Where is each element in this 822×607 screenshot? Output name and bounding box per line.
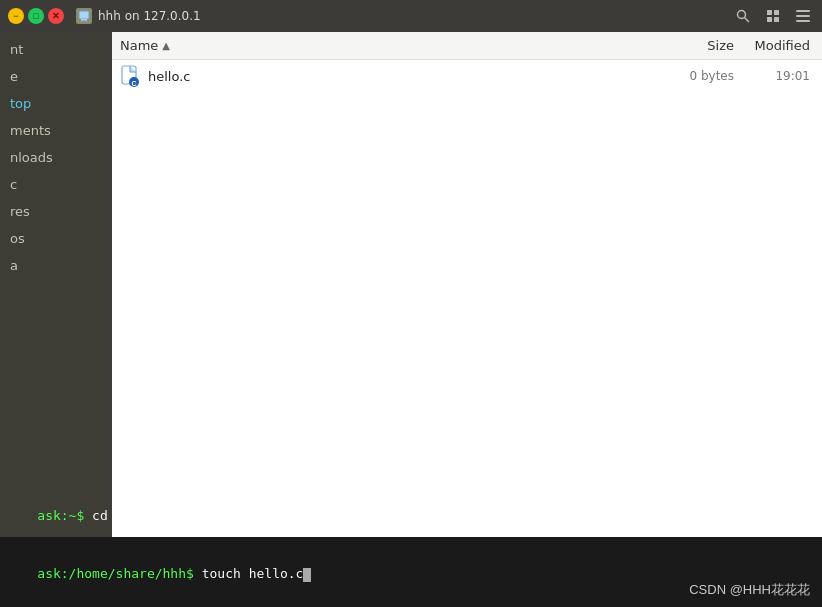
col-name-header[interactable]: Name ▲ [120,38,654,53]
sidebar-item-8[interactable]: a [0,252,112,279]
column-headers: Name ▲ Size Modified [112,32,822,60]
svg-rect-0 [79,11,89,19]
sidebar-item-4[interactable]: nloads [0,144,112,171]
svg-rect-5 [767,10,772,15]
sidebar-item-3[interactable]: ments [0,117,112,144]
svg-point-3 [738,11,746,19]
table-row[interactable]: C hello.c 0 bytes 19:01 [112,62,822,90]
app-icon [76,8,92,24]
maximize-button[interactable]: □ [28,8,44,24]
svg-rect-2 [80,21,88,22]
sidebar-item-6[interactable]: res [0,198,112,225]
sidebar-item-top[interactable]: top [0,90,112,117]
svg-rect-1 [81,19,87,21]
minimize-button[interactable]: − [8,8,24,24]
window-controls: − □ ✕ [8,8,64,24]
terminal-user-2: ask:/home/share/hhh$ [37,566,201,581]
svg-rect-11 [796,20,810,22]
svg-line-4 [745,18,750,23]
svg-rect-9 [796,10,810,12]
terminal-user-1: ask:~$ [37,508,92,523]
sort-arrow-icon: ▲ [162,40,170,51]
sidebar-item-0[interactable]: nt [0,36,112,63]
close-button[interactable]: ✕ [48,8,64,24]
svg-rect-6 [774,10,779,15]
svg-rect-8 [774,17,779,22]
sidebar-item-1[interactable]: e [0,63,112,90]
col-size-header[interactable]: Size [654,38,734,53]
grid-view-button[interactable] [762,7,784,25]
svg-rect-10 [796,15,810,17]
sidebar-item-7[interactable]: os [0,225,112,252]
file-name: hello.c [148,69,654,84]
sidebar-item-5[interactable]: c [0,171,112,198]
titlebar: − □ ✕ hhh on 127.0.0.1 [0,0,822,32]
menu-button[interactable] [792,7,814,25]
titlebar-actions [732,7,814,25]
window-title: hhh on 127.0.0.1 [98,9,726,23]
terminal-cmd-1: cd /home/share/hhh/ [92,508,241,523]
terminal-watermark: CSDN @HHH花花花 [689,581,810,599]
search-button[interactable] [732,7,754,25]
svg-text:C: C [131,80,136,87]
col-modified-header[interactable]: Modified [734,38,814,53]
svg-rect-7 [767,17,772,22]
terminal-cmd-2: touch hello.c [202,566,304,581]
terminal-line-1: ask:~$ cd /home/share/hhh/ [6,486,816,545]
file-modified: 19:01 [734,69,814,83]
file-size: 0 bytes [654,69,734,83]
terminal-cursor [303,568,311,582]
terminal-area: ask:~$ cd /home/share/hhh/ ask:/home/sha… [0,537,822,607]
file-icon: C [120,66,140,86]
